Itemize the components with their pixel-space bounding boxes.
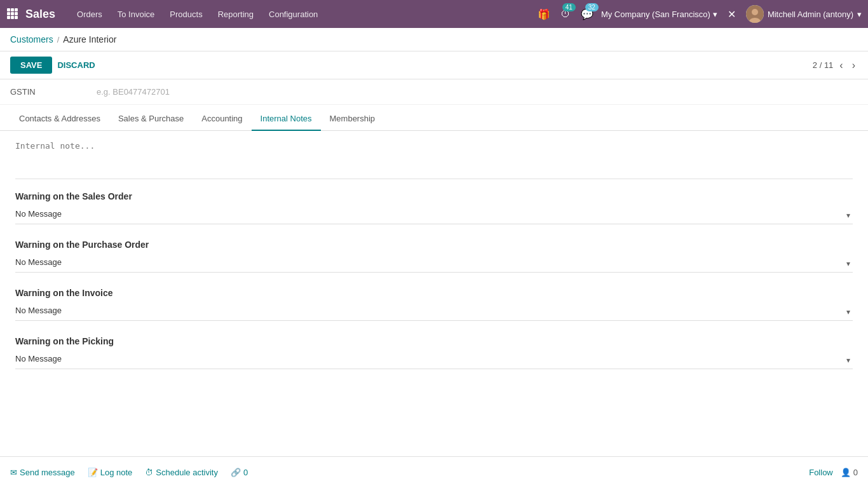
tab-content-internal-notes: Warning on the Sales Order No Message Wa…	[0, 131, 868, 395]
svg-rect-3	[7, 12, 10, 15]
company-dropdown-icon: ▾	[713, 10, 717, 19]
svg-rect-7	[11, 16, 14, 19]
warning-purchase-order-select-wrapper: No Message Warning Blocking Message ▾	[15, 255, 853, 273]
gstin-row: GSTIN	[0, 79, 868, 105]
gift-icon-btn[interactable]: 🎁	[535, 6, 553, 23]
bottom-bar: ✉ Send message 📝 Log note ⏱ Schedule act…	[0, 456, 868, 488]
pagination: 2 / 11 ‹ ›	[813, 58, 858, 72]
navbar-right: 🎁 ⏱ 41 💬 32 My Company (San Francisco) ▾…	[535, 5, 862, 23]
activity-badge: 41	[562, 3, 576, 11]
app-brand: Sales	[25, 8, 55, 21]
main-content: GSTIN Contacts & Addresses Sales & Purch…	[0, 79, 868, 456]
navbar: Sales Orders To Invoice Products Reporti…	[0, 0, 868, 28]
person-icon: 👤	[841, 468, 851, 477]
activity-count-icon: 🔗	[231, 468, 241, 477]
internal-note-input[interactable]	[15, 141, 853, 179]
log-note-icon: 📝	[88, 468, 98, 477]
warning-invoice-select[interactable]: No Message Warning Blocking Message	[15, 303, 853, 318]
send-message-icon: ✉	[10, 468, 17, 477]
tabs-bar: Contacts & Addresses Sales & Purchase Ac…	[0, 107, 868, 131]
warning-sales-order-select-wrapper: No Message Warning Blocking Message ▾	[15, 207, 853, 224]
tab-accounting[interactable]: Accounting	[193, 107, 251, 131]
tab-sales-purchase[interactable]: Sales & Purchase	[109, 107, 193, 131]
warning-sales-order-select[interactable]: No Message Warning Blocking Message	[15, 207, 853, 221]
navbar-item-products[interactable]: Products	[163, 6, 208, 23]
warning-picking-title: Warning on the Picking	[15, 336, 853, 346]
activity-count-button[interactable]: 🔗 0	[231, 468, 248, 477]
svg-rect-6	[7, 16, 10, 19]
warning-picking-select[interactable]: No Message Warning Blocking Message	[15, 351, 853, 366]
avatar	[746, 5, 764, 23]
breadcrumb-parent[interactable]: Customers	[10, 34, 53, 44]
warning-purchase-order-title: Warning on the Purchase Order	[15, 240, 853, 250]
schedule-activity-label: Schedule activity	[156, 468, 218, 477]
discard-button[interactable]: DISCARD	[57, 60, 95, 70]
pagination-text: 2 / 11	[813, 60, 834, 70]
follower-count-label: 0	[853, 468, 858, 477]
pagination-prev[interactable]: ‹	[837, 58, 845, 72]
breadcrumb-separator: /	[57, 35, 60, 44]
gstin-label: GSTIN	[10, 87, 86, 97]
tab-internal-notes[interactable]: Internal Notes	[252, 107, 321, 131]
action-bar: SAVE DISCARD 2 / 11 ‹ ›	[0, 51, 868, 79]
send-message-label: Send message	[20, 468, 75, 477]
breadcrumb: Customers / Azure Interior	[0, 28, 868, 51]
log-note-button[interactable]: 📝 Log note	[88, 468, 133, 477]
warning-picking-select-wrapper: No Message Warning Blocking Message ▾	[15, 351, 853, 369]
svg-rect-2	[15, 8, 18, 11]
svg-rect-8	[15, 16, 18, 19]
breadcrumb-current: Azure Interior	[63, 34, 116, 44]
company-selector[interactable]: My Company (San Francisco) ▾	[601, 10, 717, 19]
message-icon-btn[interactable]: 💬 32	[578, 6, 596, 23]
send-message-button[interactable]: ✉ Send message	[10, 468, 75, 477]
warning-picking: Warning on the Picking No Message Warnin…	[15, 336, 853, 369]
svg-rect-1	[11, 8, 14, 11]
follower-count: 👤 0	[841, 468, 858, 477]
log-note-label: Log note	[100, 468, 133, 477]
pagination-next[interactable]: ›	[850, 58, 858, 72]
save-button[interactable]: SAVE	[10, 57, 52, 74]
close-button[interactable]: ✕	[722, 6, 741, 23]
warning-sales-order: Warning on the Sales Order No Message Wa…	[15, 191, 853, 224]
navbar-item-to-invoice[interactable]: To Invoice	[111, 6, 161, 23]
svg-rect-4	[11, 12, 14, 15]
user-name: Mitchell Admin (antony)	[768, 10, 853, 19]
navbar-item-orders[interactable]: Orders	[71, 6, 109, 23]
gstin-input[interactable]	[94, 85, 858, 99]
warning-invoice-select-wrapper: No Message Warning Blocking Message ▾	[15, 303, 853, 321]
warning-purchase-order: Warning on the Purchase Order No Message…	[15, 240, 853, 273]
bottom-right: Follow 👤 0	[809, 468, 858, 477]
tab-contacts[interactable]: Contacts & Addresses	[10, 107, 109, 131]
navbar-menu: Orders To Invoice Products Reporting Con…	[71, 6, 535, 23]
clock-icon: ⏱	[145, 468, 153, 477]
warning-purchase-order-select[interactable]: No Message Warning Blocking Message	[15, 255, 853, 269]
navbar-item-reporting[interactable]: Reporting	[212, 6, 260, 23]
schedule-activity-button[interactable]: ⏱ Schedule activity	[145, 468, 218, 477]
warning-invoice-title: Warning on the Invoice	[15, 288, 853, 298]
user-dropdown-icon: ▾	[857, 10, 862, 19]
svg-rect-0	[7, 8, 10, 11]
tab-membership[interactable]: Membership	[321, 107, 384, 131]
activity-icon-btn[interactable]: ⏱ 41	[558, 6, 573, 22]
follow-button[interactable]: Follow	[809, 468, 833, 477]
warning-invoice: Warning on the Invoice No Message Warnin…	[15, 288, 853, 321]
navbar-item-configuration[interactable]: Configuration	[262, 6, 324, 23]
company-name: My Company (San Francisco)	[601, 10, 710, 19]
grid-icon[interactable]	[6, 8, 18, 21]
warning-sales-order-title: Warning on the Sales Order	[15, 191, 853, 201]
user-menu[interactable]: Mitchell Admin (antony) ▾	[746, 5, 862, 23]
svg-rect-5	[15, 12, 18, 15]
page-wrapper: Customers / Azure Interior SAVE DISCARD …	[0, 28, 868, 488]
activity-count-label: 0	[243, 468, 248, 477]
message-badge: 32	[585, 3, 599, 11]
svg-point-10	[752, 9, 758, 15]
